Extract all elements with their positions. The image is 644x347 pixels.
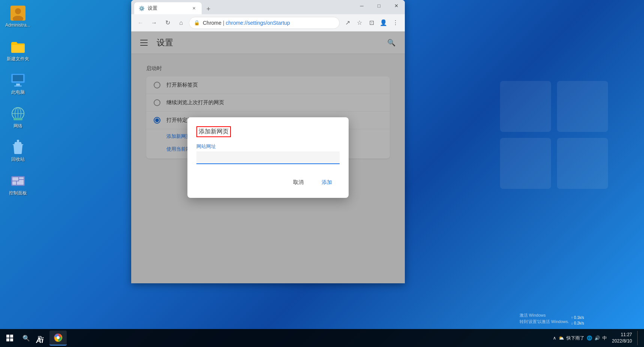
speed-up: ↑ 0.1k/s: [571, 315, 584, 320]
profile-button[interactable]: 👤: [378, 17, 389, 28]
tray-date: 2022/8/10: [612, 338, 632, 344]
activate-line2: 转到'设置'以激活 Windows.: [520, 319, 569, 325]
recycle-icon: [10, 139, 26, 155]
forward-button[interactable]: →: [148, 17, 160, 28]
svg-rect-16: [17, 140, 19, 142]
settings-page: 设置 🔍 启动时 打开新标签页 继续浏览上次打开的网页 打: [131, 31, 405, 283]
browser-window: ⚙️ 设置 ✕ + ─ □ ✕ ← → ↻ ⌂ 🔒 Chrome | chrom…: [131, 0, 405, 283]
menu-button[interactable]: ⋮: [390, 17, 401, 28]
svg-rect-19: [12, 181, 16, 185]
system-tray: ∧ ⛅ 快下雨了 🌐 🔊 中 11:27 2022/8/10: [549, 329, 644, 347]
tray-icons: ∧ ⛅ 快下雨了 🌐 🔊 中: [553, 335, 607, 341]
svg-point-5: [15, 8, 21, 14]
cancel-button[interactable]: 取消: [286, 176, 311, 189]
desktop-icon-area: Administra... 新建文件夹 此电脑: [4, 4, 32, 198]
dialog-title: 添加新网页: [196, 126, 231, 137]
desktop-icon-thispc[interactable]: 此电脑: [4, 71, 32, 97]
svg-rect-0: [500, 81, 551, 132]
taskbar-apps: [46, 329, 549, 347]
window-controls: ─ □ ✕: [353, 0, 405, 11]
desktop-icon-controlpanel[interactable]: 控制面板: [4, 172, 32, 198]
active-tab[interactable]: ⚙️ 设置 ✕: [134, 2, 202, 14]
admin-icon-label: Administra...: [5, 22, 30, 28]
controlpanel-icon: [10, 173, 26, 189]
svg-rect-1: [557, 81, 608, 132]
tab-title: 设置: [148, 5, 187, 12]
home-button[interactable]: ⌂: [175, 17, 187, 28]
tray-time: 11:27: [612, 332, 632, 338]
close-button[interactable]: ✕: [388, 0, 405, 11]
tab-bar: ⚙️ 设置 ✕ + ─ □ ✕: [131, 0, 405, 14]
url-text: Chrome | chrome://settings/onStartup: [203, 20, 335, 26]
bookmark-button[interactable]: ☆: [354, 17, 365, 28]
refresh-button[interactable]: ↻: [162, 17, 173, 28]
dialog: 添加新网页 网站网址 取消 添加: [187, 117, 349, 198]
tray-clock[interactable]: 11:27 2022/8/10: [610, 332, 634, 344]
network-icon: [10, 106, 26, 122]
admin-icon: [10, 5, 26, 21]
tray-lang[interactable]: 中: [602, 335, 607, 341]
network-icon-label: 网络: [13, 123, 22, 129]
tray-volume[interactable]: 🔊: [595, 335, 600, 341]
activate-line1: 激活 Windows: [520, 312, 569, 319]
taskbar-search-button[interactable]: 🔍: [19, 329, 33, 347]
tab-favicon: ⚙️: [139, 5, 145, 11]
dialog-input[interactable]: [196, 151, 340, 164]
back-button[interactable]: ←: [135, 17, 146, 28]
new-tab-button[interactable]: +: [203, 4, 214, 14]
url-bar[interactable]: 🔒 Chrome | chrome://settings/onStartup: [189, 17, 340, 29]
activate-windows-notice: 激活 Windows 转到'设置'以激活 Windows.: [520, 312, 569, 325]
thispc-icon: [10, 72, 26, 88]
tab-close-button[interactable]: ✕: [190, 5, 197, 12]
taskbar-chrome-app[interactable]: [49, 331, 67, 346]
windows-watermark: [494, 75, 614, 195]
share-button[interactable]: ↗: [342, 17, 353, 28]
recycle-icon-label: 回收站: [11, 157, 25, 163]
svg-rect-23: [6, 335, 9, 338]
svg-rect-20: [19, 177, 24, 179]
svg-rect-18: [12, 177, 18, 181]
thispc-icon-label: 此电脑: [11, 90, 25, 96]
svg-rect-8: [13, 75, 23, 81]
desktop-icon-recycle[interactable]: 回收站: [4, 138, 32, 164]
svg-rect-24: [10, 335, 13, 338]
minimize-button[interactable]: ─: [353, 0, 370, 11]
svg-rect-2: [500, 138, 551, 189]
address-bar-actions: ↗ ☆ ⊡ 👤 ⋮: [342, 17, 401, 28]
speed-down: ↓ 0.2k/s: [571, 320, 584, 326]
dialog-field-label: 网站网址: [196, 143, 340, 150]
desktop-icon-network[interactable]: 网络: [4, 105, 32, 131]
svg-rect-9: [16, 84, 20, 85]
add-button[interactable]: 添加: [314, 176, 340, 189]
tray-weather: ⛅: [559, 335, 564, 341]
svg-rect-26: [10, 338, 13, 341]
tray-network[interactable]: 🌐: [587, 335, 592, 341]
chrome-icon: [54, 334, 62, 342]
tray-weather-label: 快下雨了: [566, 335, 584, 341]
svg-rect-25: [6, 338, 9, 341]
dialog-actions: 取消 添加: [196, 176, 340, 189]
address-bar: ← → ↻ ⌂ 🔒 Chrome | chrome://settings/onS…: [131, 14, 405, 31]
url-chrome-label: Chrome: [203, 20, 222, 26]
show-desktop-button[interactable]: [637, 331, 640, 345]
tray-expand[interactable]: ∧: [553, 335, 556, 341]
maximize-button[interactable]: □: [370, 0, 388, 11]
svg-rect-3: [557, 138, 608, 189]
lock-icon: 🔒: [194, 20, 200, 26]
ai-label: Ai: [36, 336, 43, 345]
url-path-text: chrome://settings/onStartup: [226, 20, 290, 26]
desktop-icon-admin[interactable]: Administra...: [4, 4, 32, 30]
tab-drag-area: [221, 0, 352, 14]
start-button[interactable]: [0, 329, 19, 347]
taskbar: 🔍 ⧉ ∧ ⛅ 快下雨了 🌐: [0, 329, 644, 347]
extensions-button[interactable]: ⊡: [366, 17, 377, 28]
desktop: Administra... 新建文件夹 此电脑: [0, 0, 644, 347]
modal-overlay: 添加新网页 网站网址 取消 添加: [131, 31, 405, 283]
desktop-icon-folder[interactable]: 新建文件夹: [4, 37, 32, 64]
svg-rect-10: [14, 85, 22, 87]
folder-icon: [10, 39, 26, 55]
svg-rect-15: [13, 118, 22, 120]
svg-point-28: [57, 336, 60, 339]
folder-icon-label: 新建文件夹: [7, 56, 29, 62]
speed-indicator: ↑ 0.1k/s ↓ 0.2k/s: [571, 315, 584, 326]
